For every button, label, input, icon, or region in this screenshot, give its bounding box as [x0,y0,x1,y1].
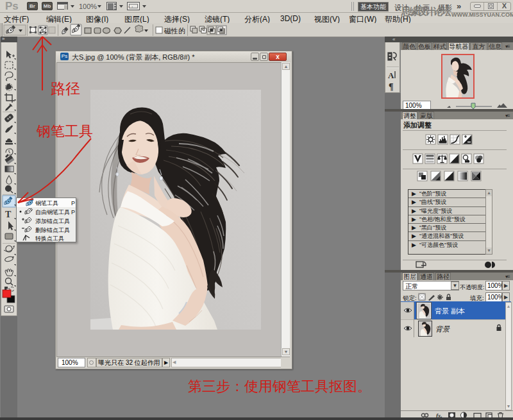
svg-text:T: T [5,210,12,219]
svg-text:转换点工具: 转换点工具 [35,235,64,242]
svg-text:钢笔工具: 钢笔工具 [35,200,58,206]
svg-text:磁性的: 磁性的 [164,27,185,35]
svg-text:A: A [388,71,394,80]
svg-text:添加锚点工具: 添加锚点工具 [35,218,70,224]
svg-text:P: P [71,209,75,215]
svg-text:P: P [71,200,75,206]
svg-text:¶: ¶ [389,82,394,92]
svg-text:删除锚点工具: 删除锚点工具 [35,227,70,233]
svg-text:自由钢笔工具: 自由钢笔工具 [35,209,70,215]
